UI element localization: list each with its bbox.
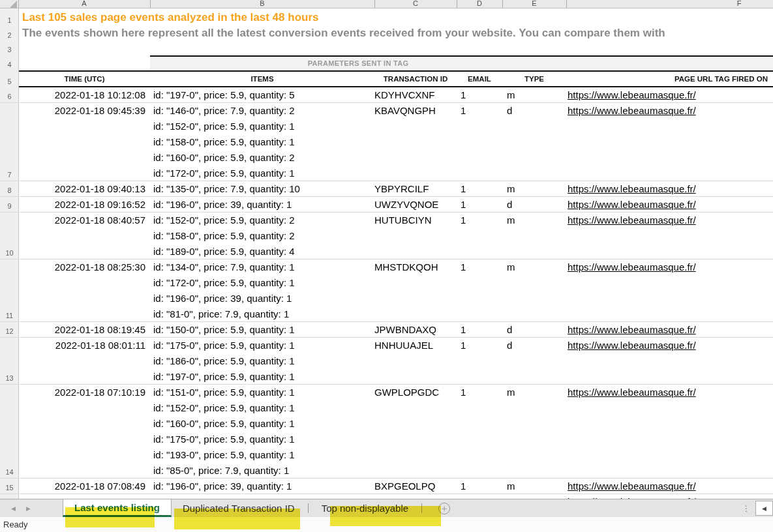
cell-email[interactable]: 1 (457, 322, 502, 337)
row-number[interactable]: 6 (0, 87, 19, 102)
cell-page-url[interactable]: https://www.lebeaumasque.fr/ (566, 494, 773, 499)
cell-email[interactable]: 1 (457, 259, 502, 321)
header-time[interactable]: TIME (UTC) (19, 75, 150, 83)
cell-transaction-id[interactable]: YBPYRCILF (374, 181, 457, 196)
row-number[interactable]: 10 (0, 213, 19, 259)
report-title[interactable]: Last 105 sales page events analyzed in t… (19, 8, 318, 26)
cell-page-url[interactable]: https://www.lebeaumasque.fr/ (566, 213, 773, 259)
cell-type[interactable]: d (502, 197, 566, 212)
cell-items[interactable]: id: "196-0", price: 39, quantity: 1 (150, 479, 374, 494)
column-header-b[interactable]: B (260, 0, 264, 8)
cell-email[interactable]: 1 (457, 87, 502, 102)
cell-transaction-id[interactable]: UWZYVQNOE (374, 197, 457, 212)
params-band-label[interactable]: PARAMETERS SENT IN TAG (150, 55, 566, 70)
cell-page-url[interactable]: https://www.lebeaumasque.fr/ (566, 322, 773, 337)
page-url-link[interactable]: https://www.lebeaumasque.fr/ (568, 214, 696, 226)
cell-time[interactable]: 2022-01-18 07:10:19 (19, 385, 150, 478)
page-url-link[interactable]: https://www.lebeaumasque.fr/ (568, 480, 696, 492)
row-number[interactable]: 12 (0, 322, 19, 337)
row-number[interactable]: 1 (0, 8, 19, 26)
cell-transaction-id[interactable] (374, 494, 457, 499)
cell-transaction-id[interactable]: MHSTDKQOH (374, 259, 457, 321)
row-number[interactable]: 9 (0, 197, 19, 212)
cell-items[interactable]: id: "134-0", price: 7.9, quantity: 1id: … (150, 259, 374, 321)
row-number[interactable]: 7 (0, 103, 19, 181)
row-number[interactable]: 4 (0, 55, 19, 70)
column-header-c[interactable]: C (413, 0, 418, 8)
cell-time[interactable]: 2022-01-18 07:08:49 (19, 479, 150, 494)
tabbar-resize-handle-icon[interactable]: ⋮ (742, 504, 750, 513)
cell-page-url[interactable]: https://www.lebeaumasque.fr/ (566, 103, 773, 181)
cell-items[interactable]: id: "197-0", price: 5.9, quantity: 5 (150, 87, 374, 102)
cell-time[interactable]: 2022-01-18 10:12:08 (19, 87, 150, 102)
cell-time[interactable]: 2022-01-18 08:40:57 (19, 213, 150, 259)
cell-page-url[interactable]: https://www.lebeaumasque.fr/ (566, 338, 773, 384)
cell-type[interactable]: m (502, 213, 566, 259)
next-sheet-icon[interactable]: ▶ (26, 505, 31, 512)
report-subtitle[interactable]: The events shown here represent all the … (19, 26, 773, 41)
column-header-a[interactable]: A (82, 0, 86, 8)
cell-items[interactable]: id: "152-0", price: 5.9, quantity: 2id: … (150, 213, 374, 259)
header-page-url[interactable]: PAGE URL TAG FIRED ON (566, 75, 773, 83)
cell-transaction-id[interactable]: GWPLOPGDC (374, 385, 457, 478)
cell-type[interactable]: m (502, 181, 566, 196)
cell-time[interactable]: 2022-01-18 08:01:11 (19, 338, 150, 384)
cell-type[interactable]: d (502, 103, 566, 181)
cell-page-url[interactable]: https://www.lebeaumasque.fr/ (566, 87, 773, 102)
cell-transaction-id[interactable]: HUTUBCIYN (374, 213, 457, 259)
cell-type[interactable]: m (502, 259, 566, 321)
cell-items[interactable]: id: "175-0", price: 5.9, quantity: 1id: … (150, 338, 374, 384)
cell-email[interactable]: 1 (457, 213, 502, 259)
cell-type[interactable]: m (502, 479, 566, 494)
select-all-corner-icon[interactable] (10, 1, 17, 8)
cell-time[interactable]: 2022-01-18 08:25:30 (19, 259, 150, 321)
page-url-link[interactable]: https://www.lebeaumasque.fr/ (568, 105, 696, 116)
cell-type[interactable]: m (502, 385, 566, 478)
column-header-e[interactable]: E (532, 0, 536, 8)
cell-items[interactable] (150, 494, 374, 499)
cell-type[interactable] (502, 494, 566, 499)
cell-transaction-id[interactable]: JPWBNDAXQ (374, 322, 457, 337)
page-url-link[interactable]: https://www.lebeaumasque.fr/ (568, 387, 696, 398)
cell-transaction-id[interactable]: BXPGEOLPQ (374, 479, 457, 494)
cell-time[interactable]: 2022-01-18 09:16:52 (19, 197, 150, 212)
cell-items[interactable]: id: "196-0", price: 39, quantity: 1 (150, 197, 374, 212)
cell-type[interactable]: d (502, 338, 566, 384)
header-transaction-id[interactable]: TRANSACTION ID (374, 75, 457, 83)
cell-transaction-id[interactable]: KDYHVCXNF (374, 87, 457, 102)
header-email[interactable]: EMAIL (457, 75, 502, 83)
cell-page-url[interactable]: https://www.lebeaumasque.fr/ (566, 181, 773, 196)
page-url-link[interactable]: https://www.lebeaumasque.fr/ (568, 199, 696, 210)
header-type[interactable]: TYPE (502, 75, 566, 83)
page-url-link[interactable]: https://www.lebeaumasque.fr/ (568, 324, 696, 335)
cell-email[interactable]: 1 (457, 479, 502, 494)
row-number[interactable]: 2 (0, 26, 19, 41)
cell-type[interactable]: d (502, 322, 566, 337)
cell-page-url[interactable]: https://www.lebeaumasque.fr/ (566, 385, 773, 478)
cell-email[interactable]: 1 (457, 181, 502, 196)
cell-items[interactable]: id: "150-0", price: 5.9, quantity: 1 (150, 322, 374, 337)
row-number[interactable]: 5 (0, 70, 19, 87)
cell-transaction-id[interactable]: KBAVQNGPH (374, 103, 457, 181)
prev-sheet-icon[interactable]: ◀ (11, 505, 16, 512)
cell-email[interactable]: 1 (457, 103, 502, 181)
row-number[interactable]: 13 (0, 338, 19, 384)
row-number[interactable]: 14 (0, 385, 19, 478)
cell-time[interactable]: 2022-01-18 09:45:39 (19, 103, 150, 181)
cell-transaction-id[interactable]: HNHUUAJEL (374, 338, 457, 384)
cell-items[interactable]: id: "146-0", price: 7.9, quantity: 2id: … (150, 103, 374, 181)
cell-email[interactable]: 1 (457, 385, 502, 478)
cell-page-url[interactable]: https://www.lebeaumasque.fr/ (566, 479, 773, 494)
row-number[interactable]: 8 (0, 181, 19, 196)
cell-type[interactable]: m (502, 87, 566, 102)
cell-page-url[interactable]: https://www.lebeaumasque.fr/ (566, 197, 773, 212)
page-url-link[interactable]: https://www.lebeaumasque.fr/ (568, 340, 696, 351)
page-url-link[interactable]: https://www.lebeaumasque.fr/ (568, 261, 696, 273)
row-number[interactable]: 11 (0, 259, 19, 321)
column-header-f[interactable]: F (737, 0, 742, 8)
header-items[interactable]: ITEMS (150, 75, 374, 83)
page-url-link[interactable]: https://www.lebeaumasque.fr/ (568, 89, 696, 100)
cell-time[interactable]: 2022-01-18 08:19:45 (19, 322, 150, 337)
cell-page-url[interactable]: https://www.lebeaumasque.fr/ (566, 259, 773, 321)
cell-items[interactable]: id: "135-0", price: 7.9, quantity: 10 (150, 181, 374, 196)
